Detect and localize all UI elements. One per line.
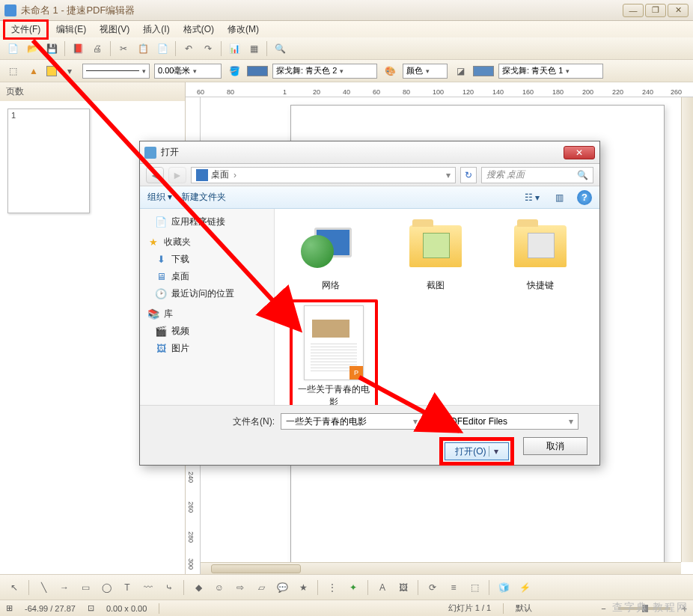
curve-icon[interactable]: 〰 [140,579,156,596]
star-icon[interactable]: ★ [295,579,311,596]
page-thumbnail[interactable]: 1 [7,109,90,213]
shadow-icon[interactable]: ◪ [452,63,468,79]
file-label: 一些关于青春的电影 [296,383,372,405]
style1-combo[interactable]: 探戈舞: 青天色 2 ▾ [272,64,377,79]
callout-icon[interactable]: 💬 [274,579,290,596]
sidebar-downloads[interactable]: ⬇下载 [140,251,274,268]
new-doc-icon[interactable]: 📄 [4,40,21,57]
rect-icon[interactable]: ▭ [77,579,94,596]
fontwork-icon[interactable]: A [374,579,391,596]
horizontal-scrollbar[interactable] [201,562,681,574]
chevron-down-icon: ▾ [566,67,570,75]
align-icon[interactable]: ≡ [445,579,462,596]
cancel-button[interactable]: 取消 [523,437,587,455]
arrange-icon[interactable]: ⬚ [466,579,483,596]
open-button[interactable]: 打开(O) ▾ [445,442,509,460]
nav-back-button[interactable]: ◄ [146,167,164,183]
image-icon[interactable]: 🖼 [395,579,412,596]
video-icon: 🎬 [155,326,167,338]
table-icon[interactable]: ▦ [245,40,262,57]
connector-icon[interactable]: ⤷ [161,579,177,596]
refresh-button[interactable]: ↻ [460,167,477,183]
redo-icon[interactable]: ↷ [200,40,216,57]
sidebar-label: 库 [164,308,173,320]
sidebar-pictures[interactable]: 🖼图片 [140,340,274,357]
file-shortcut-folder[interactable]: 快捷键 [499,216,581,292]
filename-input[interactable]: 一些关于青春的电影 ▾ [281,413,423,430]
interaction-icon[interactable]: ⚡ [516,579,533,596]
menu-format[interactable]: 格式(O) [177,22,220,37]
line-style-combo[interactable]: ▾ [82,64,150,79]
file-selected-pdf[interactable]: P 一些关于青春的电影 [290,299,378,405]
ellipse-icon[interactable]: ◯ [98,579,115,596]
view-mode-button[interactable]: ☷ ▾ [523,189,541,206]
zoom-out-icon[interactable]: − [601,604,605,613]
points-icon[interactable]: ⋮ [324,579,341,596]
scroll-thumb[interactable] [211,564,301,573]
copy-icon[interactable]: 📋 [135,40,151,57]
vertical-scrollbar[interactable] [681,97,693,562]
select-icon[interactable]: ↖ [6,579,22,596]
symbols-icon[interactable]: ☺ [211,579,228,596]
highlight-icon[interactable]: ▲ [25,63,42,79]
style2-combo[interactable]: 探戈舞: 青天色 1 ▾ [498,64,603,79]
sidebar-desktop[interactable]: 🖥桌面 [140,268,274,285]
paste-icon[interactable]: 📄 [154,40,171,57]
menu-modify[interactable]: 修改(M) [222,22,265,37]
style2-swatch[interactable] [473,66,494,76]
pointer-icon[interactable]: ⬚ [4,63,21,79]
arrow-icon[interactable]: → [56,579,73,596]
ruler-tick: 20 [313,88,320,96]
close-button[interactable]: ✕ [668,4,689,17]
fill-icon[interactable]: 🪣 [226,63,242,79]
chevron-down-icon[interactable]: ▾ [446,170,451,180]
fill-color-swatch[interactable] [247,66,268,76]
3d-icon[interactable]: 🧊 [495,579,512,596]
minimize-button[interactable]: — [623,4,644,17]
gluepoint-icon[interactable]: ✦ [345,579,361,596]
find-icon[interactable]: 🔍 [272,40,288,57]
filetype-select[interactable]: JSPDFEditor Files ▾ [429,413,578,430]
undo-icon[interactable]: ↶ [180,40,197,57]
bucket-icon[interactable]: 🎨 [382,63,398,79]
flowchart-icon[interactable]: ▱ [253,579,269,596]
size-combo[interactable]: 0.00毫米 ▾ [154,64,222,79]
arrows-icon[interactable]: ⇨ [232,579,248,596]
file-list[interactable]: 网络 截图 快捷键 P 一些关于青春的电影 [275,209,599,405]
dialog-close-button[interactable]: ✕ [564,146,595,159]
cut-icon[interactable]: ✂ [115,40,132,57]
folder-icon [514,225,567,267]
chart-icon[interactable]: 📊 [226,40,242,57]
line-icon[interactable]: ╲ [35,579,52,596]
sidebar-library-header[interactable]: 📚库 [140,305,274,323]
open-dropdown-arrow[interactable]: ▾ [489,446,498,457]
shapes-icon[interactable]: ◆ [190,579,207,596]
dropdown-icon[interactable]: ▾ [61,63,78,79]
open-icon[interactable]: 📂 [24,40,40,57]
rotate-icon[interactable]: ⟳ [424,579,441,596]
new-folder-button[interactable]: 新建文件夹 [181,191,226,204]
color-yellow[interactable] [46,66,57,76]
file-network[interactable]: 网络 [290,216,372,292]
nav-forward-button[interactable]: ► [168,167,186,183]
file-screenshot-folder[interactable]: 截图 [394,216,477,292]
menu-edit[interactable]: 编辑(E) [50,22,92,37]
export-pdf-icon[interactable]: 📕 [70,40,86,57]
sidebar-recent[interactable]: 🕑最近访问的位置 [140,285,274,302]
text-icon[interactable]: T [119,579,135,596]
save-icon[interactable]: 💾 [43,40,60,57]
maximize-button[interactable]: ❐ [645,4,666,17]
sidebar-videos[interactable]: 🎬视频 [140,323,274,340]
print-icon[interactable]: 🖨 [89,40,106,57]
organize-button[interactable]: 组织 ▾ [147,191,172,204]
sidebar-apps[interactable]: 📄应用程序链接 [140,213,274,231]
menu-insert[interactable]: 插入(I) [137,22,175,37]
help-button[interactable]: ? [577,190,592,205]
menu-view[interactable]: 视图(V) [94,22,135,37]
search-input[interactable]: 搜索 桌面 🔍 [481,167,593,183]
color-label-combo[interactable]: 颜色 ▾ [403,64,448,79]
menu-file[interactable]: 文件(F) [3,19,49,40]
breadcrumb[interactable]: 桌面 › ▾ [191,167,456,183]
preview-pane-button[interactable]: ▥ [550,189,568,206]
sidebar-favorites-header[interactable]: ★收藏夹 [140,234,274,251]
